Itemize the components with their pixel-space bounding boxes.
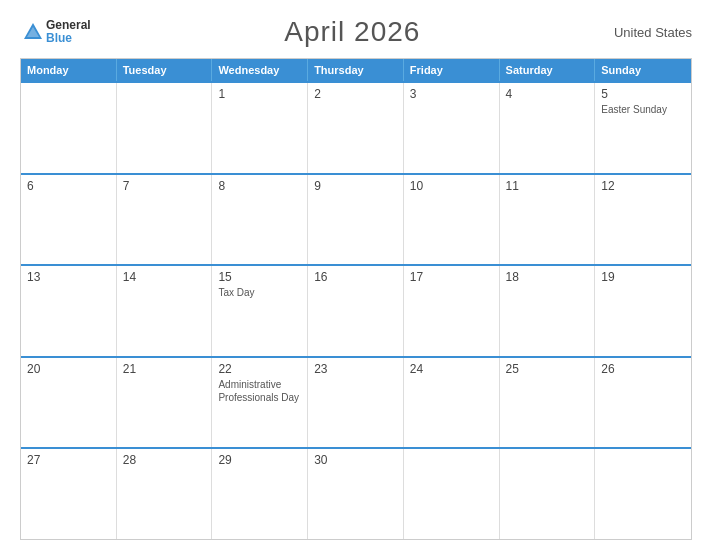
cal-cell: 22Administrative Professionals Day [212,358,308,448]
day-number: 26 [601,362,685,376]
day-number: 18 [506,270,589,284]
day-number: 10 [410,179,493,193]
day-number: 5 [601,87,685,101]
day-number: 13 [27,270,110,284]
day-number: 2 [314,87,397,101]
cal-cell: 18 [500,266,596,356]
logo: General Blue [20,19,91,45]
cal-cell [404,449,500,539]
cal-cell [500,449,596,539]
day-number: 23 [314,362,397,376]
cal-cell: 14 [117,266,213,356]
cal-cell: 26 [595,358,691,448]
cal-cell: 10 [404,175,500,265]
cal-cell: 8 [212,175,308,265]
calendar-body: 12345Easter Sunday6789101112131415Tax Da… [21,81,691,539]
day-number: 9 [314,179,397,193]
calendar: MondayTuesdayWednesdayThursdayFridaySatu… [20,58,692,540]
header-day-saturday: Saturday [500,59,596,81]
cal-cell: 1 [212,83,308,173]
calendar-event: Administrative Professionals Day [218,378,301,404]
day-number: 22 [218,362,301,376]
header-day-sunday: Sunday [595,59,691,81]
cal-cell: 13 [21,266,117,356]
day-number: 29 [218,453,301,467]
cal-cell: 15Tax Day [212,266,308,356]
country-label: United States [614,25,692,40]
cal-cell: 24 [404,358,500,448]
cal-cell: 2 [308,83,404,173]
cal-cell: 19 [595,266,691,356]
page: General Blue April 2026 United States Mo… [0,0,712,550]
cal-cell: 7 [117,175,213,265]
day-number: 7 [123,179,206,193]
day-number: 20 [27,362,110,376]
cal-cell: 27 [21,449,117,539]
cal-cell [595,449,691,539]
header-day-monday: Monday [21,59,117,81]
cal-cell: 28 [117,449,213,539]
day-number: 27 [27,453,110,467]
cal-cell: 21 [117,358,213,448]
calendar-header-row: MondayTuesdayWednesdayThursdayFridaySatu… [21,59,691,81]
cal-cell: 5Easter Sunday [595,83,691,173]
day-number: 28 [123,453,206,467]
calendar-event: Tax Day [218,286,301,299]
header-day-friday: Friday [404,59,500,81]
day-number: 21 [123,362,206,376]
day-number: 16 [314,270,397,284]
header-day-tuesday: Tuesday [117,59,213,81]
cal-cell: 23 [308,358,404,448]
header-day-wednesday: Wednesday [212,59,308,81]
day-number: 3 [410,87,493,101]
day-number: 8 [218,179,301,193]
cal-cell [21,83,117,173]
week-row-5: 27282930 [21,447,691,539]
day-number: 30 [314,453,397,467]
cal-cell: 12 [595,175,691,265]
cal-cell: 4 [500,83,596,173]
header-day-thursday: Thursday [308,59,404,81]
logo-icon [22,21,44,43]
cal-cell: 30 [308,449,404,539]
day-number: 15 [218,270,301,284]
day-number: 14 [123,270,206,284]
day-number: 4 [506,87,589,101]
week-row-3: 131415Tax Day16171819 [21,264,691,356]
cal-cell: 6 [21,175,117,265]
cal-cell: 20 [21,358,117,448]
cal-cell: 25 [500,358,596,448]
cal-cell: 11 [500,175,596,265]
day-number: 11 [506,179,589,193]
day-number: 25 [506,362,589,376]
cal-cell: 17 [404,266,500,356]
week-row-2: 6789101112 [21,173,691,265]
day-number: 12 [601,179,685,193]
cal-cell: 16 [308,266,404,356]
cal-cell [117,83,213,173]
header: General Blue April 2026 United States [20,16,692,48]
calendar-title: April 2026 [284,16,420,48]
logo-blue: Blue [46,32,91,45]
cal-cell: 9 [308,175,404,265]
day-number: 6 [27,179,110,193]
day-number: 17 [410,270,493,284]
day-number: 24 [410,362,493,376]
day-number: 1 [218,87,301,101]
calendar-event: Easter Sunday [601,103,685,116]
week-row-1: 12345Easter Sunday [21,81,691,173]
day-number: 19 [601,270,685,284]
cal-cell: 3 [404,83,500,173]
cal-cell: 29 [212,449,308,539]
week-row-4: 202122Administrative Professionals Day23… [21,356,691,448]
